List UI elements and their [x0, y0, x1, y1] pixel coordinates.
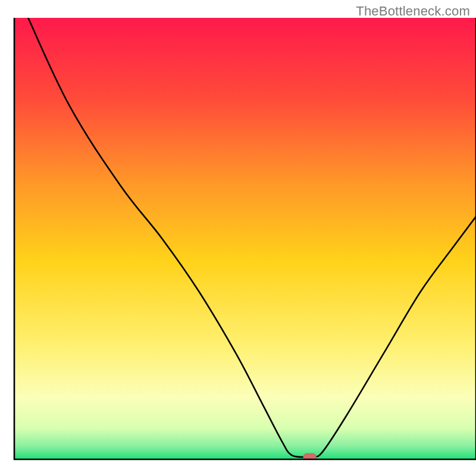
bottleneck-chart [0, 0, 476, 476]
chart-container: TheBottleneck.com [0, 0, 476, 476]
gradient-background [14, 18, 476, 459]
